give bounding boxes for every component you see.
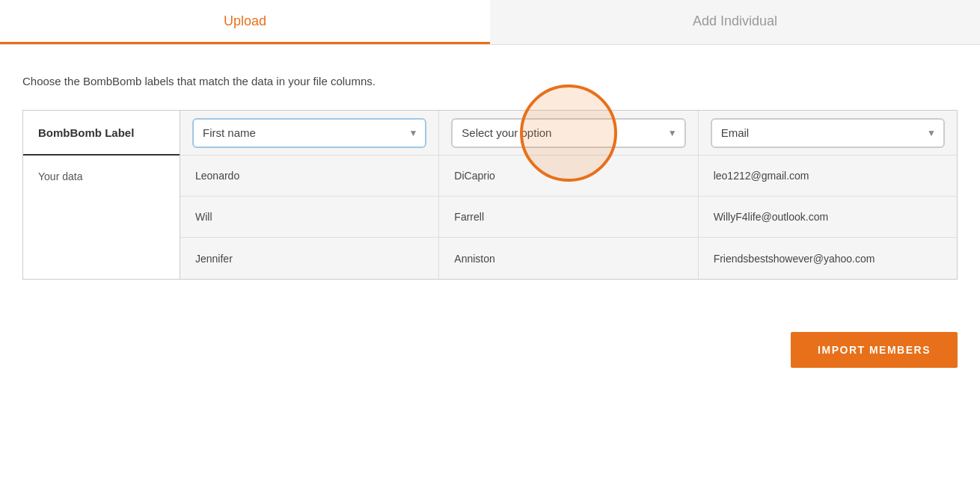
col1-header: First name Last name Email Phone Select …	[180, 111, 438, 156]
col3-row-3: Friendsbestshowever@yahoo.com	[699, 238, 957, 279]
col2-row-2: Farrell	[439, 197, 697, 238]
label-col-header: BombBomb Label	[23, 111, 180, 156]
col3-row-1: leo1212@gmail.com	[699, 156, 957, 197]
label-column: BombBomb Label Your data	[23, 111, 180, 279]
description-text: Choose the BombBomb labels that match th…	[22, 75, 958, 87]
col3-dropdown-wrapper: Email First name Last name Phone Select …	[711, 118, 945, 148]
data-column-3: Email First name Last name Phone Select …	[699, 111, 957, 279]
col1-row-2: Will	[180, 197, 438, 238]
tab-bar: Upload Add Individual	[0, 0, 980, 45]
label-col-data-2	[23, 197, 180, 238]
col3-header: Email First name Last name Phone Select …	[699, 111, 957, 156]
col3-row-2: WillyF4life@outlook.com	[699, 197, 957, 238]
main-content: Choose the BombBomb labels that match th…	[0, 45, 980, 302]
label-col-data: Your data	[23, 156, 180, 197]
col1-dropdown-wrapper: First name Last name Email Phone Select …	[192, 118, 426, 148]
import-btn-row: IMPORT MEMBERS	[0, 302, 980, 383]
col2-header: Select your option First name Last name …	[439, 111, 697, 156]
data-column-1: First name Last name Email Phone Select …	[180, 111, 439, 279]
tab-add-individual[interactable]: Add Individual	[490, 0, 980, 44]
col1-row-3: Jennifer	[180, 238, 438, 279]
label-col-data-3	[23, 238, 180, 279]
import-members-button[interactable]: IMPORT MEMBERS	[791, 332, 958, 368]
data-column-2: Select your option First name Last name …	[439, 111, 698, 279]
tab-upload[interactable]: Upload	[0, 0, 490, 44]
data-table: BombBomb Label Your data First name Last…	[22, 110, 958, 280]
col2-row-3: Anniston	[439, 238, 697, 279]
col3-dropdown[interactable]: Email First name Last name Phone Select …	[711, 118, 945, 148]
col2-row-1: DiCaprio	[439, 156, 697, 197]
col2-dropdown[interactable]: Select your option First name Last name …	[451, 118, 685, 148]
col1-dropdown[interactable]: First name Last name Email Phone Select …	[192, 118, 426, 148]
col2-dropdown-wrapper: Select your option First name Last name …	[451, 118, 685, 148]
col1-row-1: Leonardo	[180, 156, 438, 197]
